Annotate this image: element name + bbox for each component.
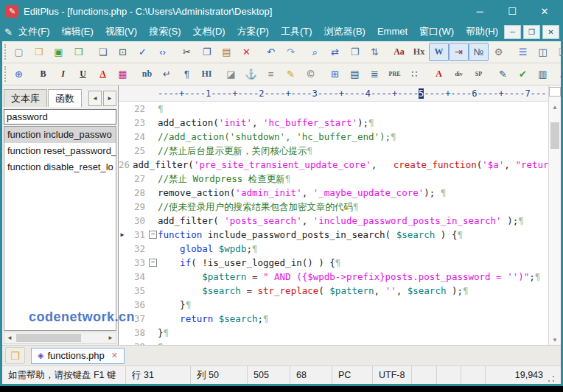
fold-toggle-icon[interactable]: − bbox=[148, 259, 158, 267]
mdi-minimize-button[interactable]: ─ bbox=[504, 25, 521, 39]
copy-icon[interactable]: ❐ bbox=[197, 43, 217, 61]
menu-item[interactable]: 方案(P) bbox=[231, 23, 275, 41]
sort-icon[interactable]: ⇅ bbox=[365, 43, 385, 61]
div-tag-icon[interactable]: div bbox=[449, 65, 469, 83]
script-edit-icon[interactable]: ✎ bbox=[493, 65, 513, 83]
paragraph-mark-icon[interactable]: ¶ bbox=[177, 65, 197, 83]
pre-tag-icon[interactable]: PRE bbox=[385, 65, 405, 83]
doc-tab-functions-php[interactable]: ◈ functions.php ✕ bbox=[31, 348, 125, 364]
center-text-icon[interactable]: ≣ bbox=[365, 65, 385, 83]
print-preview-icon[interactable]: ❏ bbox=[93, 43, 113, 61]
menu-item[interactable]: 视图(V) bbox=[99, 23, 143, 41]
styled-text-icon[interactable]: A bbox=[429, 65, 449, 83]
set-font-icon[interactable]: Aa bbox=[389, 43, 409, 61]
tab-scroll-left-icon[interactable]: ◄ bbox=[88, 91, 102, 106]
document-list-icon[interactable]: ☰ bbox=[513, 43, 533, 61]
horizontal-rule-icon[interactable]: ≡ bbox=[261, 65, 281, 83]
preferences-icon[interactable]: ⚙ bbox=[489, 43, 508, 61]
vscroll-thumb[interactable] bbox=[550, 122, 559, 149]
code-editor-surface[interactable]: 22¶23add_action('init', 'hc_buffer_start… bbox=[119, 102, 548, 345]
insert-table-icon[interactable]: ⊞ bbox=[325, 65, 345, 83]
page-preview-icon[interactable]: ❏ bbox=[553, 43, 563, 61]
hscroll-thumb[interactable] bbox=[16, 334, 81, 342]
find-icon[interactable]: ⌕ bbox=[305, 43, 325, 61]
find-in-files-icon[interactable]: ❐ bbox=[345, 43, 365, 61]
heading-icon[interactable]: HI bbox=[197, 65, 217, 83]
menu-item[interactable]: 文件(F) bbox=[13, 23, 56, 41]
toolbar-grip[interactable] bbox=[4, 44, 6, 60]
insert-image-icon[interactable]: ◪ bbox=[221, 65, 241, 83]
vscroll-down-icon[interactable]: ▼ bbox=[550, 335, 560, 345]
menu-item[interactable]: 窗口(W) bbox=[413, 23, 460, 41]
highlight-edit-icon[interactable]: ✎ bbox=[281, 65, 301, 83]
menu-item[interactable]: 搜索(S) bbox=[143, 23, 186, 41]
tab-cliptext[interactable]: 文本库 bbox=[4, 89, 47, 107]
function-list-item[interactable]: function include_passwo bbox=[4, 127, 116, 143]
menu-item[interactable]: 帮助(H) bbox=[460, 23, 504, 41]
open-file-icon[interactable]: ❒ bbox=[29, 43, 49, 61]
nbsp-icon[interactable]: nb bbox=[137, 65, 157, 83]
doc-tab-close-icon[interactable]: ✕ bbox=[111, 351, 118, 360]
fold-toggle-icon[interactable]: − bbox=[148, 231, 158, 239]
copyright-symbol-icon[interactable]: © bbox=[301, 65, 321, 83]
menu-item[interactable]: 浏览器(B) bbox=[318, 23, 371, 41]
replace-icon[interactable]: ⇄ bbox=[325, 43, 345, 61]
bold-icon[interactable]: B bbox=[33, 65, 53, 83]
check-edit-icon[interactable]: ✔ bbox=[513, 65, 533, 83]
hex-view-icon[interactable]: Hx bbox=[409, 43, 429, 61]
movie-icon[interactable]: ▥ bbox=[533, 65, 553, 83]
underline-icon[interactable]: U bbox=[73, 65, 93, 83]
maximize-button[interactable]: ☐ bbox=[496, 0, 528, 22]
menu-item[interactable]: 文档(D) bbox=[187, 23, 231, 41]
close-button[interactable]: ✕ bbox=[528, 0, 561, 22]
menu-item[interactable]: 工具(T) bbox=[275, 23, 318, 41]
new-file-icon[interactable]: ▢ bbox=[9, 43, 29, 61]
word-wrap-icon[interactable]: W bbox=[429, 43, 449, 61]
paragraph-mark-icon: ¶ bbox=[164, 327, 169, 338]
bullet-list-icon[interactable]: ∷ bbox=[405, 65, 424, 83]
save-all-icon[interactable]: ❒ bbox=[69, 43, 88, 61]
spell-check-icon[interactable]: ✓ bbox=[133, 43, 153, 61]
split-handle[interactable] bbox=[549, 87, 561, 97]
save-icon[interactable]: ▣ bbox=[49, 43, 69, 61]
redo-icon[interactable]: ↷ bbox=[281, 43, 301, 61]
resize-grip[interactable] bbox=[548, 375, 555, 382]
function-filter-input[interactable] bbox=[4, 109, 116, 125]
layout-block-icon[interactable]: ▤ bbox=[345, 65, 365, 83]
paste-icon[interactable]: ▤ bbox=[217, 43, 237, 61]
tile-windows-icon[interactable]: ◫ bbox=[533, 43, 553, 61]
print-icon[interactable]: ⊡ bbox=[113, 43, 133, 61]
mdi-close-button[interactable]: ✕ bbox=[542, 25, 559, 39]
italic-icon[interactable]: I bbox=[53, 65, 73, 83]
delete-icon[interactable]: ✕ bbox=[237, 43, 256, 61]
font-color-icon[interactable]: A bbox=[93, 65, 113, 83]
minimize-button[interactable]: ─ bbox=[464, 0, 496, 22]
document-menu-icon[interactable]: ✎ bbox=[4, 27, 13, 38]
indent-guide-icon[interactable]: ⇥ bbox=[449, 43, 469, 61]
vscroll-up-icon[interactable]: ▲ bbox=[550, 102, 560, 112]
editplus-logo-icon[interactable]: ✎ bbox=[6, 5, 18, 18]
html-code-icon[interactable]: ‹› bbox=[153, 43, 172, 61]
color-palette-icon[interactable]: ▦ bbox=[113, 65, 133, 83]
undo-icon[interactable]: ↶ bbox=[261, 43, 281, 61]
browser-icon[interactable]: ⊕ bbox=[9, 65, 29, 83]
music-icon[interactable]: ♫ bbox=[553, 65, 563, 83]
span-tag-icon[interactable]: SP bbox=[469, 65, 489, 83]
function-list-item[interactable]: function reset_password_ bbox=[4, 143, 116, 159]
folder-icon[interactable]: ❒ bbox=[5, 347, 25, 364]
function-list-item[interactable]: function disable_reset_lo bbox=[4, 159, 116, 175]
tab-scroll-right-icon[interactable]: ► bbox=[103, 91, 116, 106]
cut-icon[interactable]: ✂ bbox=[177, 43, 197, 61]
hscroll-right-icon[interactable]: ► bbox=[105, 335, 116, 341]
toolbar-grip[interactable] bbox=[4, 66, 6, 82]
menu-item[interactable]: 编辑(E) bbox=[56, 23, 99, 41]
sidebar-hscrollbar[interactable]: ◄ ► bbox=[4, 332, 116, 344]
editor-vscrollbar[interactable]: ▲ ▼ bbox=[548, 85, 561, 345]
hscroll-left-icon[interactable]: ◄ bbox=[4, 335, 15, 341]
anchor-icon[interactable]: ⚓ bbox=[241, 65, 261, 83]
menu-item[interactable]: Emmet bbox=[371, 23, 413, 41]
line-break-icon[interactable]: ↵ bbox=[157, 65, 177, 83]
mdi-restore-button[interactable]: ❐ bbox=[523, 25, 540, 39]
line-numbers-icon[interactable]: № bbox=[469, 43, 489, 61]
tab-functions[interactable]: 函数 bbox=[48, 89, 82, 107]
